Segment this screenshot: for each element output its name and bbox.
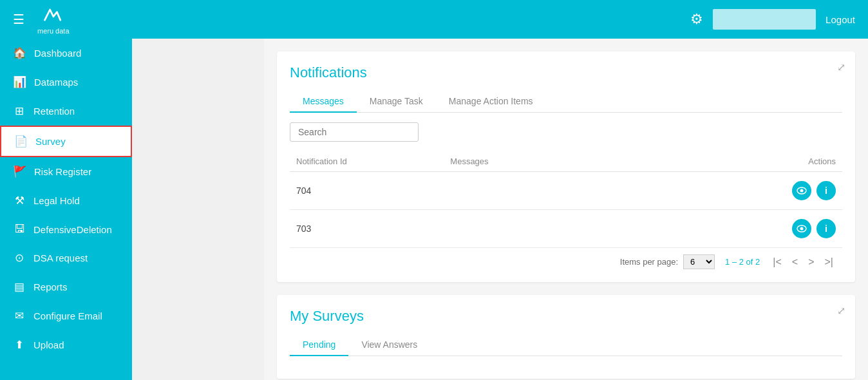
svg-point-1 [800, 189, 804, 193]
sidebar-item-survey[interactable]: 📄 Survey [0, 126, 132, 157]
logo-text: meru data [37, 27, 70, 35]
notifications-title: Notifications [290, 64, 842, 81]
page-range: 1 – 2 of 2 [725, 257, 760, 267]
table-row: 703 i [290, 210, 842, 248]
svg-point-3 [800, 227, 804, 231]
notifications-card: ⤢ Notifications Messages Manage Task Man… [277, 52, 855, 282]
main-content: ⤢ Notifications Messages Manage Task Man… [264, 39, 868, 380]
tab-manage-action-items[interactable]: Manage Action Items [436, 91, 546, 113]
upload-icon: ⬆ [13, 338, 26, 352]
sidebar-item-configure-email[interactable]: ✉ Configure Email [0, 301, 132, 330]
my-surveys-tabs: Pending View Answers [290, 334, 842, 356]
sidebar-item-label: Retention [33, 106, 75, 117]
tab-manage-task[interactable]: Manage Task [357, 91, 436, 113]
prev-page-button[interactable]: < [789, 255, 800, 269]
sidebar-item-label: DefensiveDeletion [33, 224, 112, 235]
notifications-tabs: Messages Manage Task Manage Action Items [290, 91, 842, 113]
header: ☰ meru data ⚙ Logout [0, 0, 868, 39]
logo-area: meru data [37, 4, 70, 35]
eye-icon [797, 187, 807, 195]
first-page-button[interactable]: |< [770, 255, 784, 269]
logo-icon [42, 4, 65, 27]
expand-icon[interactable]: ⤢ [837, 61, 845, 73]
pagination: Items per page: 6 12 24 1 – 2 of 2 |< < … [290, 248, 842, 269]
col-messages: Messages [450, 157, 759, 166]
actions-cell-703: i [759, 219, 836, 238]
sidebar-item-dashboard[interactable]: 🏠 Dashboard [0, 39, 132, 68]
tab-messages[interactable]: Messages [290, 91, 357, 113]
risk-register-icon: 🚩 [13, 165, 26, 178]
notifications-card-wrapper: ⤢ Notifications Messages Manage Task Man… [277, 52, 855, 282]
sidebar: 🏠 Dashboard 📊 Datamaps ⊞ Retention 📄 Sur… [0, 39, 132, 380]
sidebar-item-label: Dashboard [34, 48, 81, 59]
items-per-page-select[interactable]: 6 12 24 [683, 254, 715, 269]
user-box [713, 9, 816, 30]
sidebar-item-label: Reports [33, 281, 68, 292]
info-icon: i [825, 185, 827, 196]
expand-surveys-icon[interactable]: ⤢ [837, 305, 845, 317]
home-icon: 🏠 [13, 46, 26, 60]
defensive-deletion-icon: 🖫 [13, 223, 26, 236]
info-icon: i [825, 223, 827, 234]
sidebar-item-defensive-deletion[interactable]: 🖫 DefensiveDeletion [0, 215, 132, 243]
my-surveys-title: My Surveys [290, 308, 842, 325]
actions-cell-704: i [759, 181, 836, 200]
dsa-request-icon: ⊙ [13, 251, 26, 265]
info-button-703[interactable]: i [816, 219, 836, 238]
info-button-704[interactable]: i [816, 181, 836, 200]
notification-id-703: 703 [296, 223, 450, 234]
hamburger-icon[interactable]: ☰ [13, 12, 24, 27]
notification-id-704: 704 [296, 185, 450, 196]
sidebar-item-risk-register[interactable]: 🚩 Risk Register [0, 157, 132, 186]
reports-icon: ▤ [13, 280, 26, 294]
my-surveys-card: ⤢ My Surveys Pending View Answers [277, 295, 855, 379]
logout-button[interactable]: Logout [826, 14, 855, 25]
eye-icon [797, 225, 807, 233]
next-page-button[interactable]: > [806, 255, 816, 269]
last-page-button[interactable]: >| [822, 255, 836, 269]
sidebar-item-reports[interactable]: ▤ Reports [0, 272, 132, 301]
sidebar-item-retention[interactable]: ⊞ Retention [0, 97, 132, 126]
header-right: ⚙ Logout [690, 9, 855, 30]
sidebar-item-label: Legal Hold [33, 195, 80, 206]
datamaps-icon: 📊 [13, 75, 26, 89]
retention-icon: ⊞ [13, 104, 26, 118]
tab-pending[interactable]: Pending [290, 334, 348, 356]
col-notification-id: Notification Id [296, 157, 450, 166]
sidebar-item-datamaps[interactable]: 📊 Datamaps [0, 68, 132, 97]
sidebar-item-label: Datamaps [34, 77, 78, 88]
survey-icon: 📄 [14, 135, 28, 148]
sidebar-item-dsa-request[interactable]: ⊙ DSA request [0, 243, 132, 272]
view-button-704[interactable] [792, 181, 811, 200]
tab-view-answers[interactable]: View Answers [348, 334, 430, 356]
items-per-page-label: Items per page: [620, 257, 678, 267]
sidebar-item-label: Upload [33, 339, 64, 350]
table-row: 704 i [290, 172, 842, 210]
view-button-703[interactable] [792, 219, 811, 238]
legal-hold-icon: ⚒ [13, 194, 26, 207]
sidebar-item-label: Survey [35, 136, 66, 147]
sidebar-item-legal-hold[interactable]: ⚒ Legal Hold [0, 186, 132, 215]
my-surveys-card-wrapper: ⤢ My Surveys Pending View Answers [277, 295, 855, 379]
sidebar-item-label: DSA request [33, 252, 88, 263]
table-header: Notification Id Messages Actions [290, 151, 842, 172]
configure-email-icon: ✉ [13, 309, 26, 323]
sidebar-item-label: Risk Register [34, 166, 91, 177]
sidebar-item-label: Configure Email [33, 310, 102, 321]
gear-icon[interactable]: ⚙ [690, 11, 703, 28]
sidebar-item-upload[interactable]: ⬆ Upload [0, 330, 132, 359]
search-input[interactable] [290, 122, 419, 142]
col-actions: Actions [759, 157, 836, 166]
